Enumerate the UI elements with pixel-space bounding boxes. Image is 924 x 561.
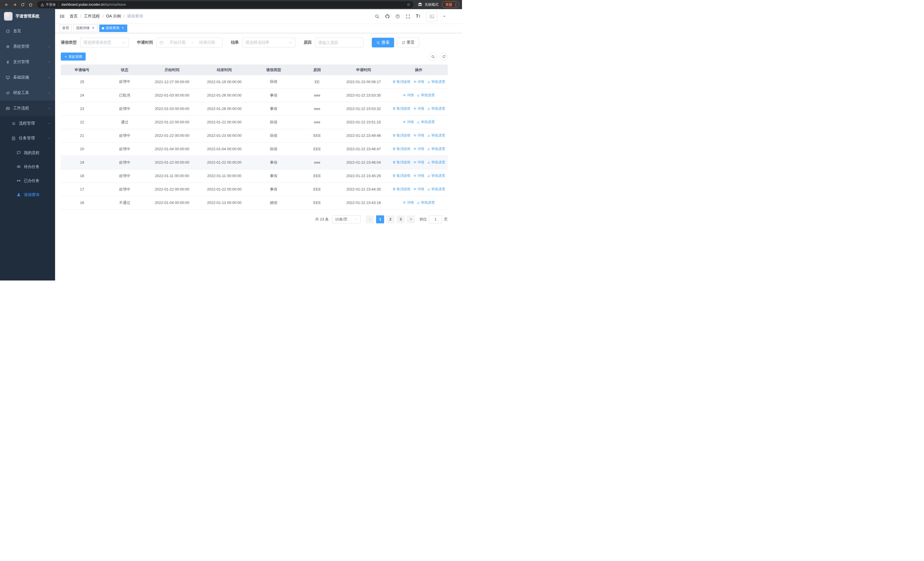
breadcrumb-item[interactable]: 工作流程 — [84, 14, 100, 19]
action-label: 审批进度 — [432, 133, 445, 138]
caret-down-icon[interactable] — [442, 15, 446, 18]
cell-reason: EEE — [297, 169, 337, 182]
prev-page-button[interactable] — [366, 215, 374, 223]
cancel-leave-link[interactable]: 取消请假 — [392, 80, 410, 84]
tab-leave-query[interactable]: 请假查询× — [99, 24, 127, 32]
detail-link[interactable]: 详情 — [413, 146, 424, 151]
sidebar-item-infrastructure[interactable]: 基础设施 — [0, 70, 55, 85]
close-icon[interactable]: × — [91, 26, 95, 30]
progress-link[interactable]: 审批进度 — [427, 173, 445, 178]
page-button-3[interactable]: 3 — [397, 215, 405, 223]
page-button-1[interactable]: 1 — [376, 215, 384, 223]
detail-link[interactable]: 详情 — [413, 187, 424, 192]
action-label: 审批进度 — [432, 80, 445, 84]
cell-id: 24 — [61, 89, 103, 102]
forward-button[interactable] — [11, 1, 18, 8]
url-path: /bpm/oa/leave — [105, 3, 126, 7]
home-button[interactable] — [27, 1, 34, 8]
leave-type-select[interactable]: 请选择请假类型 — [80, 38, 129, 47]
update-menu-button[interactable]: 更新 — [442, 1, 459, 8]
breadcrumb: 首页/工作流程/OA 示例/请假查询 — [70, 14, 143, 19]
sidebar-item-done-tasks[interactable]: 已办任务 — [0, 174, 55, 188]
cell-actions: 取消请假详情审批进度 — [390, 142, 448, 156]
breadcrumb-item[interactable]: OA 示例 — [106, 14, 121, 19]
detail-link[interactable]: 详情 — [403, 93, 414, 98]
detail-link[interactable]: 详情 — [403, 200, 414, 205]
page-button-2[interactable]: 2 — [386, 215, 394, 223]
sidebar-item-home[interactable]: 首页 — [0, 23, 55, 39]
cell-reason: EEE — [297, 142, 337, 156]
reload-button[interactable] — [19, 1, 26, 8]
action-label: 取消请假 — [397, 133, 410, 138]
sidebar-item-dev-tools[interactable]: 研发工具 — [0, 85, 55, 101]
cell-start-time: 2022-01-22 00:00:00 — [146, 156, 198, 169]
cancel-leave-link[interactable]: 取消请假 — [392, 146, 410, 151]
avatar[interactable] — [426, 11, 437, 22]
url-bar[interactable]: 不安全 dashboard.yudao.iocoder.cn/bpm/oa/le… — [37, 1, 414, 8]
progress-link[interactable]: 审批进度 — [427, 80, 445, 84]
refresh-icon — [442, 55, 446, 59]
create-leave-button[interactable]: 发起请假 — [61, 53, 86, 60]
warning-icon — [40, 3, 44, 7]
github-icon[interactable] — [385, 14, 390, 19]
view-icon — [403, 120, 406, 124]
pagination-pages: 123 — [375, 215, 406, 223]
collapse-sidebar-icon[interactable] — [59, 14, 65, 19]
detail-link[interactable]: 详情 — [413, 106, 424, 111]
cancel-leave-link[interactable]: 取消请假 — [392, 133, 410, 138]
view-icon — [413, 134, 417, 137]
cancel-leave-link[interactable]: 取消请假 — [392, 187, 410, 192]
sidebar-item-payment-management[interactable]: 支付管理 — [0, 54, 55, 70]
sidebar-item-leave-query[interactable]: 请假查询 — [0, 188, 55, 202]
breadcrumb-item[interactable]: 首页 — [70, 14, 78, 19]
fullscreen-icon[interactable] — [405, 14, 410, 19]
progress-link[interactable]: 审批进度 — [427, 160, 445, 165]
top-navbar: 首页/工作流程/OA 示例/请假查询 TT — [55, 9, 462, 23]
detail-link[interactable]: 详情 — [403, 120, 414, 125]
search-icon[interactable] — [375, 14, 380, 19]
apply-time-range-picker[interactable]: 开始日期 - 结束日期 — [156, 38, 223, 47]
sidebar-item-process-management[interactable]: 流程管理 — [0, 116, 55, 131]
action-label: 审批进度 — [432, 173, 445, 178]
detail-link[interactable]: 详情 — [413, 173, 424, 178]
detail-link[interactable]: 详情 — [413, 133, 424, 138]
cancel-leave-link[interactable]: 取消请假 — [392, 173, 410, 178]
tab-home[interactable]: 首页 — [60, 24, 72, 32]
page-size-select[interactable]: 10条/页 — [332, 215, 361, 223]
progress-link[interactable]: 审批进度 — [427, 146, 445, 151]
toggle-search-button[interactable] — [429, 53, 437, 60]
chevron-down-icon — [47, 92, 51, 95]
result-select[interactable]: 请选择流结果 — [242, 38, 296, 47]
font-size-icon[interactable]: TT — [416, 14, 420, 18]
help-icon[interactable] — [395, 14, 400, 19]
sidebar-item-workflow[interactable]: 工作流程 — [0, 101, 55, 116]
cancel-leave-link[interactable]: 取消请假 — [392, 106, 410, 111]
progress-link[interactable]: 审批进度 — [417, 120, 435, 125]
sidebar-item-my-processes[interactable]: 我的流程 — [0, 146, 55, 160]
bookmark-star-icon[interactable] — [405, 2, 412, 8]
refresh-table-button[interactable] — [440, 53, 448, 60]
cancel-leave-link[interactable]: 取消请假 — [392, 160, 410, 165]
progress-link[interactable]: 审批进度 — [427, 133, 445, 138]
goto-page-input[interactable] — [429, 215, 442, 223]
progress-link[interactable]: 审批进度 — [417, 200, 435, 205]
chevron-up-icon — [47, 137, 51, 140]
reason-input[interactable] — [318, 40, 360, 45]
tab-process-detail[interactable]: 流程详情× — [74, 24, 98, 32]
security-warning[interactable]: 不安全 — [40, 2, 59, 7]
detail-link[interactable]: 详情 — [413, 160, 424, 165]
close-icon[interactable]: × — [121, 26, 125, 30]
progress-link[interactable]: 审批进度 — [427, 106, 445, 111]
progress-link[interactable]: 审批进度 — [417, 93, 435, 98]
sidebar-logo[interactable]: 芋道管理系统 — [0, 9, 55, 23]
reset-button[interactable]: 重置 — [397, 38, 419, 47]
detail-link[interactable]: 详情 — [413, 80, 424, 84]
back-button[interactable] — [3, 1, 10, 8]
next-page-button[interactable] — [407, 215, 415, 223]
sidebar-item-system-management[interactable]: 系统管理 — [0, 39, 55, 54]
sidebar-item-todo-tasks[interactable]: 待办任务 — [0, 160, 55, 174]
chevron-left-icon — [368, 217, 372, 221]
sidebar-item-task-management[interactable]: 任务管理 — [0, 131, 55, 146]
search-button[interactable]: 搜索 — [372, 38, 394, 47]
progress-link[interactable]: 审批进度 — [427, 187, 445, 192]
